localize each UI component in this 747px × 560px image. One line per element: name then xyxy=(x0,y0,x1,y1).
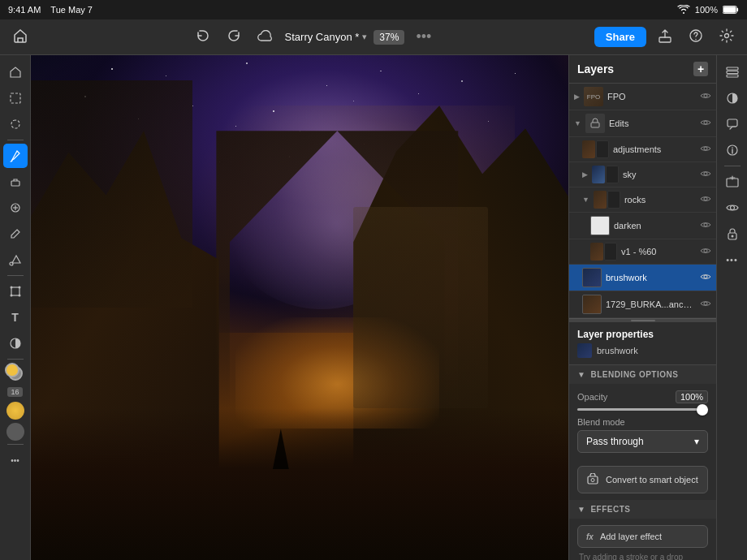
layer-eye-v1[interactable] xyxy=(700,247,711,256)
share-button[interactable]: Share xyxy=(594,27,646,47)
zoom-badge[interactable]: 37% xyxy=(374,30,404,45)
cloud-button[interactable] xyxy=(253,27,279,48)
layer-eye-fpo[interactable] xyxy=(700,92,711,101)
home-tool[interactable] xyxy=(3,60,28,84)
expand-arrow-rocks[interactable]: ▼ xyxy=(582,196,589,204)
expand-arrow-sky[interactable]: ▶ xyxy=(582,170,588,179)
color-swatch-active[interactable] xyxy=(6,402,24,420)
tool-sep-4 xyxy=(7,444,24,445)
transform-tool[interactable] xyxy=(3,279,28,304)
layer-properties-section: Layer properties brushwork ▼ BLENDING OP… xyxy=(569,322,716,560)
layer-eye-adjustments[interactable] xyxy=(700,144,711,154)
layers-rail-button[interactable] xyxy=(720,60,745,84)
svg-rect-13 xyxy=(11,287,19,295)
svg-point-29 xyxy=(731,235,733,238)
more-dots[interactable]: ••• xyxy=(416,28,431,45)
smart-object-label: Convert to smart object xyxy=(606,475,698,485)
svg-point-32 xyxy=(704,121,707,124)
layer-thumb-adjustments xyxy=(582,140,609,158)
rock-texture-right xyxy=(353,207,488,409)
layer-thumb-sky xyxy=(592,166,619,183)
status-date: Tue May 7 xyxy=(50,5,93,15)
layer-name-adjustments: adjustments xyxy=(613,144,696,154)
info-rail-button[interactable] xyxy=(720,138,745,162)
properties-layer-thumb xyxy=(577,343,592,358)
brush-tool[interactable] xyxy=(3,144,28,168)
layer-name-fpo: FPO xyxy=(607,92,696,101)
help-button[interactable] xyxy=(684,25,708,50)
svg-point-12 xyxy=(10,262,13,265)
svg-point-36 xyxy=(704,223,707,226)
layer-item-darken[interactable]: darken xyxy=(569,213,716,239)
lasso-tool[interactable] xyxy=(3,112,28,136)
layer-eye-base[interactable] xyxy=(700,299,711,309)
svg-point-5 xyxy=(695,38,696,39)
more-tools[interactable]: ••• xyxy=(3,448,28,472)
adjust-tool[interactable] xyxy=(3,331,28,355)
clone-tool[interactable] xyxy=(3,196,28,220)
layer-eye-darken[interactable] xyxy=(700,221,711,230)
canvas-image[interactable] xyxy=(31,55,568,560)
brush-size-badge: 16 xyxy=(7,387,22,397)
svg-point-6 xyxy=(725,33,729,37)
tool-sep-3 xyxy=(7,359,24,360)
text-tool[interactable]: T xyxy=(3,305,28,330)
add-layer-rail-button[interactable] xyxy=(720,170,745,194)
canvas-area xyxy=(31,55,568,560)
opacity-value[interactable]: 100% xyxy=(676,390,708,403)
divider-handle xyxy=(631,320,655,321)
add-layer-button[interactable]: + xyxy=(693,62,708,76)
lock-rail-button[interactable] xyxy=(720,222,745,246)
properties-header: Layer properties brushwork xyxy=(569,322,716,365)
layer-item-brushwork[interactable]: brushwork xyxy=(569,265,716,291)
layer-item-rocks[interactable]: ▼ rocks xyxy=(569,187,716,213)
eraser-tool[interactable] xyxy=(3,170,28,194)
layer-eye-sky[interactable] xyxy=(700,170,711,179)
blending-options-content: Opacity 100% Blend mode Pass through ▾ xyxy=(569,384,716,459)
opacity-slider-track[interactable] xyxy=(577,408,708,411)
layers-panel-title: Layers xyxy=(577,62,614,75)
svg-point-41 xyxy=(591,479,594,482)
convert-smart-object-button[interactable]: Convert to smart object xyxy=(577,466,708,493)
add-effect-button[interactable]: fx Add layer effect xyxy=(577,525,708,548)
layer-eye-brushwork[interactable] xyxy=(700,273,711,282)
svg-point-25 xyxy=(732,147,733,149)
export-button[interactable] xyxy=(653,25,677,50)
blend-mode-label: Blend mode xyxy=(577,417,708,427)
toolbar-right: Share xyxy=(594,25,739,50)
layer-item-sky[interactable]: ▶ sky xyxy=(569,162,716,187)
undo-button[interactable] xyxy=(191,25,215,50)
effects-section-header[interactable]: ▼ EFFECTS xyxy=(569,500,716,519)
layer-item-v1[interactable]: v1 - %60 xyxy=(569,239,716,265)
layer-item-base[interactable]: 1729_BURKA...anced-NR33 xyxy=(569,291,716,318)
layer-item-fpo[interactable]: ▶ FPO FPO xyxy=(569,84,716,110)
adjustments-rail-button[interactable] xyxy=(720,86,745,110)
expand-arrow-fpo[interactable]: ▶ xyxy=(574,93,580,101)
fill-tool[interactable] xyxy=(3,248,28,272)
blend-mode-select[interactable]: Pass through ▾ xyxy=(577,430,708,453)
expand-arrow-edits[interactable]: ▼ xyxy=(574,119,581,127)
eyedropper-tool[interactable] xyxy=(3,222,28,246)
visibility-rail-button[interactable] xyxy=(720,196,745,220)
layer-name-v1: v1 - %60 xyxy=(621,247,696,256)
settings-button[interactable] xyxy=(715,25,739,50)
foreground-color[interactable] xyxy=(5,363,26,384)
opacity-slider-thumb[interactable] xyxy=(697,404,708,416)
layer-item-adjustments[interactable]: adjustments xyxy=(569,137,716,162)
blending-options-section-header[interactable]: ▼ BLENDING OPTIONS xyxy=(569,365,716,384)
more-rail-button[interactable]: ••• xyxy=(720,248,745,272)
layer-item-edits[interactable]: ▼ Edits xyxy=(569,110,716,137)
comment-rail-button[interactable] xyxy=(720,112,745,136)
layer-thumb-darken xyxy=(590,216,610,235)
doc-title-chevron[interactable]: ▾ xyxy=(362,32,367,42)
svg-rect-40 xyxy=(588,476,598,484)
color-swatch-secondary[interactable] xyxy=(6,423,24,441)
home-button[interactable] xyxy=(8,25,32,50)
layer-eye-edits[interactable] xyxy=(700,118,711,128)
blend-mode-chevron: ▾ xyxy=(694,436,699,447)
selection-tool[interactable] xyxy=(3,86,28,110)
redo-button[interactable] xyxy=(222,25,246,50)
svg-point-14 xyxy=(10,286,12,289)
layer-eye-rocks[interactable] xyxy=(700,195,711,205)
layer-name-base: 1729_BURKA...anced-NR33 xyxy=(606,299,696,309)
